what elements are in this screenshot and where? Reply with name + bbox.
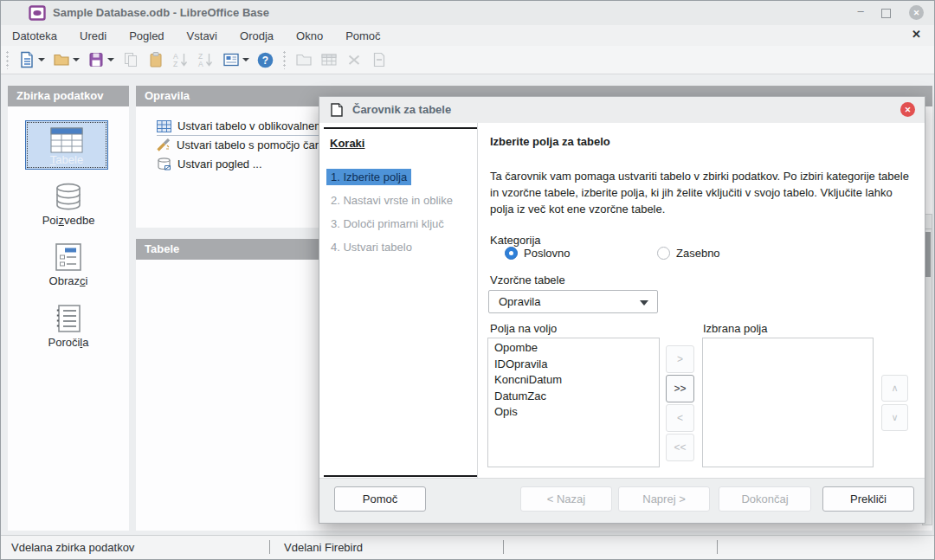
status-database-type: Vdelana zbirka podatkov <box>11 541 134 554</box>
category-label: Kategorija <box>490 234 541 247</box>
reports-icon <box>56 305 81 332</box>
minimize-button[interactable]: – <box>854 6 867 18</box>
sort-descending-button: ZA <box>195 48 216 71</box>
sidebar-item-label: Poročila <box>48 336 89 349</box>
create-view-icon <box>157 158 171 171</box>
list-item[interactable]: IDOpravila <box>488 357 659 373</box>
status-driver: Vdelani Firebird <box>284 541 363 554</box>
svg-text:?: ? <box>262 54 268 66</box>
wizard-steps-panel: Koraki 1. Izberite polja 2. Nastavi vrst… <box>319 123 478 480</box>
rename-button <box>368 48 390 71</box>
open-db-object-button <box>293 48 314 71</box>
radio-private-label[interactable]: Zasebno <box>676 247 720 260</box>
steps-bottom-rule <box>324 475 477 477</box>
open-dropdown-icon[interactable] <box>73 58 80 61</box>
menu-orodja[interactable]: Orodja <box>229 27 285 45</box>
close-window-button[interactable]: ✕ <box>909 5 924 20</box>
list-item[interactable]: Opombe <box>488 340 659 357</box>
list-item[interactable]: DatumZac <box>488 389 659 405</box>
move-one-right-button: > <box>666 345 694 373</box>
standard-toolbar: AZ ZA ? <box>1 46 934 74</box>
tables-icon <box>50 127 83 153</box>
sidebar-item-label: Tabele <box>50 153 83 166</box>
sort-ascending-button: AZ <box>170 48 191 71</box>
forms-icon <box>55 243 81 271</box>
sidebar-item-queries[interactable]: Poizvedbe <box>8 183 129 227</box>
paste-button[interactable] <box>145 48 166 71</box>
svg-text:Z: Z <box>173 60 177 68</box>
libreoffice-base-icon <box>29 5 46 25</box>
save-dropdown-icon[interactable] <box>107 58 114 61</box>
sample-tables-label: Vzorčne tabele <box>490 274 565 286</box>
list-item[interactable]: KoncniDatum <box>488 372 659 389</box>
queries-icon <box>53 183 84 210</box>
sidebar-item-reports[interactable]: Poročila <box>8 305 129 349</box>
move-all-right-button[interactable]: >> <box>666 375 694 402</box>
form-view-dropdown-icon[interactable] <box>242 58 249 61</box>
maximize-icon[interactable] <box>881 9 891 18</box>
svg-text:A: A <box>198 60 203 68</box>
title-bar: Sample Database.odb - LibreOffice Base –… <box>1 1 934 25</box>
edit-table-button <box>318 48 339 71</box>
step-3-primary-key: 3. Določi primarni ključ <box>326 216 448 232</box>
sidebar-item-tables[interactable]: Tabele <box>25 120 108 170</box>
table-design-icon <box>157 120 171 132</box>
status-divider <box>503 540 504 554</box>
wizard-wand-icon <box>157 138 171 151</box>
radio-business-label[interactable]: Poslovno <box>524 247 570 260</box>
sidebar-header: Zbirka podatkov <box>8 86 129 106</box>
dialog-title-bar: Čarovnik za tabele ✕ <box>319 97 925 123</box>
available-fields-label: Polja na voljo <box>490 322 557 335</box>
radio-private[interactable] <box>657 247 670 260</box>
radio-business[interactable] <box>505 247 518 260</box>
sample-tables-select[interactable]: Opravila <box>488 290 658 313</box>
status-bar: Vdelana zbirka podatkov Vdelani Firebird <box>1 535 934 559</box>
menu-pomoc[interactable]: Pomoč <box>334 27 391 45</box>
new-dropdown-icon[interactable] <box>38 58 45 61</box>
move-up-button: ∧ <box>881 375 908 402</box>
move-one-left-button: < <box>666 404 694 432</box>
close-document-icon[interactable]: ✕ <box>912 28 921 41</box>
new-document-button[interactable] <box>16 48 37 71</box>
sidebar-item-forms[interactable]: Obrazci <box>8 243 129 287</box>
selected-fields-label: Izbrana polja <box>703 322 767 335</box>
dialog-title: Čarovnik za tabele <box>352 103 451 116</box>
menu-datoteka[interactable]: Datoteka <box>1 27 68 45</box>
table-wizard-dialog: Čarovnik za tabele ✕ Koraki 1. Izberite … <box>319 96 925 524</box>
window-title: Sample Database.odb - LibreOffice Base <box>53 6 269 19</box>
selected-fields-listbox[interactable] <box>702 338 874 467</box>
selected-sample-table: Opravila <box>499 295 540 308</box>
toolbar-grip-icon[interactable] <box>5 50 10 69</box>
form-view-button[interactable] <box>220 48 242 71</box>
step-1-select-fields[interactable]: 1. Izberite polja <box>326 169 411 185</box>
wizard-content: Izberite polja za tabelo Ta čarovnik vam… <box>479 123 925 480</box>
menu-okno[interactable]: Okno <box>285 27 334 45</box>
step-2-set-types: 2. Nastavi vrste in oblike <box>326 192 457 209</box>
wizard-description: Ta čarovnik vam pomaga ustvariti tabelo … <box>490 168 916 217</box>
task-label: Ustvari pogled ... <box>177 158 262 171</box>
document-icon <box>330 103 344 120</box>
open-button[interactable] <box>50 48 72 71</box>
dialog-footer: Pomoč < Nazaj Naprej > Dokončaj Prekliči <box>319 478 925 523</box>
toolbar-grip-icon[interactable] <box>282 50 287 69</box>
list-item[interactable]: Opis <box>488 404 659 421</box>
page-title: Izberite polja za tabelo <box>490 135 610 148</box>
menu-pogled[interactable]: Pogled <box>118 27 175 45</box>
sidebar-item-label: Poizvedbe <box>42 214 95 227</box>
menu-bar: Datoteka Uredi Pogled Vstavi Orodja Okno… <box>1 25 934 46</box>
back-button: < Nazaj <box>520 486 612 512</box>
dialog-close-button[interactable]: ✕ <box>900 102 915 117</box>
status-divider <box>269 540 270 554</box>
help-button[interactable]: ? <box>255 48 276 71</box>
steps-top-rule <box>324 127 477 129</box>
available-fields-listbox[interactable]: Opombe IDOpravila KoncniDatum DatumZac O… <box>487 338 660 467</box>
save-button[interactable] <box>85 48 106 71</box>
cancel-button[interactable]: Prekliči <box>822 486 914 512</box>
status-divider <box>717 540 718 554</box>
move-all-left-button: << <box>666 434 694 461</box>
menu-vstavi[interactable]: Vstavi <box>176 27 229 45</box>
menu-uredi[interactable]: Uredi <box>68 27 118 45</box>
steps-header: Koraki <box>330 137 364 150</box>
help-button[interactable]: Pomoč <box>334 486 426 512</box>
finish-button: Dokončaj <box>719 486 811 512</box>
